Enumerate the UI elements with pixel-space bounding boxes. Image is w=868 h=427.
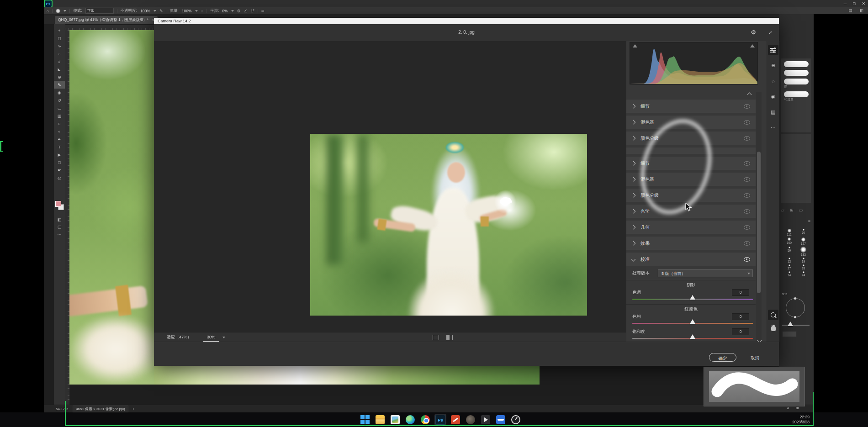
gear-icon[interactable]: ⚙ — [237, 9, 241, 13]
panel-section[interactable]: 混色器 — [626, 116, 756, 129]
media-app[interactable] — [480, 414, 492, 426]
hand-tool-icon[interactable] — [768, 323, 778, 334]
opacity-value[interactable]: 100% — [140, 9, 150, 13]
brush-preset[interactable]: 27 — [782, 264, 796, 270]
document-tab[interactable]: QHQ_0677.jpg @ 41%（综合调整 1，图层蒙版/8）* × — [55, 16, 158, 24]
histogram[interactable] — [630, 42, 758, 84]
zoom-level-tab[interactable]: 30% — [201, 332, 221, 342]
visibility-eye-icon[interactable] — [744, 225, 750, 230]
brush-stroke-item[interactable] — [781, 61, 811, 67]
section-calibration[interactable]: 校准 — [626, 253, 756, 266]
type-tool[interactable]: T — [54, 143, 65, 151]
blur-tool[interactable]: ○ — [54, 120, 65, 127]
panel-section[interactable]: 几何 — [626, 221, 756, 234]
dialog-title-bar[interactable]: Camera Raw 14.2 — [154, 18, 779, 24]
panel-section[interactable]: 细节 — [626, 157, 756, 170]
healing-brush-icon[interactable]: ⊕ — [768, 60, 778, 71]
foreground-color-swatch[interactable] — [55, 201, 61, 207]
brush-slider[interactable] — [782, 325, 810, 326]
before-after-icon[interactable] — [433, 335, 439, 340]
brush-preset[interactable]: 112 — [782, 229, 796, 236]
brush-preset[interactable]: 14 — [782, 271, 796, 277]
brush-preset[interactable]: 13 — [782, 258, 796, 263]
visibility-eye-icon[interactable] — [744, 193, 750, 198]
minimize-button[interactable]: ─ — [844, 0, 847, 7]
brush-value-box[interactable] — [782, 331, 797, 337]
grid-icon[interactable]: ⊞ — [796, 406, 799, 410]
lasso-tool[interactable]: ∿ — [54, 42, 65, 50]
ok-button[interactable]: 确定 — [709, 353, 736, 362]
crop-tool[interactable]: # — [54, 58, 65, 65]
color-swatches[interactable] — [55, 201, 64, 210]
panel-menu-icon[interactable]: ≡ — [781, 219, 810, 223]
status-zoom-value[interactable]: 54.17% — [56, 407, 68, 411]
panel-scrollbar[interactable] — [756, 92, 762, 342]
quick-select-tool[interactable]: ◌ — [54, 50, 65, 58]
visibility-eye-icon[interactable] — [744, 161, 750, 166]
panel-section[interactable]: 效果 — [626, 237, 756, 250]
brush-preset[interactable]: 127 — [796, 237, 810, 245]
close-button[interactable]: ✕ — [862, 0, 865, 7]
hue-value[interactable]: 0 — [732, 313, 749, 320]
brush-preset[interactable]: 35 — [796, 264, 810, 270]
document-canvas-bottom-slice[interactable] — [154, 365, 540, 385]
fit-zoom-label[interactable]: 适应（47%） — [167, 334, 191, 340]
mode-select[interactable]: 正常 — [85, 8, 114, 14]
smoothing-caret-icon[interactable] — [231, 10, 234, 12]
process-version-select[interactable]: 5 版（当前） — [658, 269, 753, 277]
image-preview-area[interactable] — [154, 41, 626, 332]
panel-section[interactable]: 颜色分级 — [626, 189, 756, 202]
zoom-tool[interactable]: ◎ — [54, 174, 65, 182]
eyedropper-tool[interactable]: ◣ — [54, 65, 65, 73]
brush-stroke-item[interactable]: 度 — [781, 79, 811, 89]
angle-value[interactable]: 1° — [251, 9, 254, 13]
brush-preset[interactable]: 183 — [796, 247, 810, 256]
airbrush-icon[interactable]: ◌ — [201, 9, 203, 13]
screen-mode-icon[interactable]: ▢ — [54, 225, 65, 229]
move-tool[interactable]: + — [54, 26, 65, 34]
eraser-tool[interactable]: ▭ — [54, 104, 65, 112]
panel-section[interactable]: 细节 — [626, 100, 756, 113]
scrollbar-thumb[interactable] — [757, 152, 761, 293]
split-view-icon[interactable] — [446, 335, 453, 340]
marquee-tool[interactable]: ◻ — [54, 34, 65, 42]
ring-app[interactable] — [510, 414, 522, 426]
scroll-up-icon[interactable] — [747, 93, 752, 97]
home-icon[interactable]: ⌂ — [47, 9, 49, 13]
flow-value[interactable]: 100% — [182, 9, 192, 13]
more-options-icon[interactable]: ⋯ — [768, 122, 778, 133]
fullscreen-icon[interactable]: ↔ — [766, 28, 774, 36]
slider-thumb-icon[interactable] — [788, 322, 793, 326]
gradient-tool[interactable]: ▥ — [54, 112, 65, 120]
panel-section[interactable]: 混色器 — [626, 173, 756, 186]
smoothing-value[interactable]: 0% — [222, 9, 228, 13]
history-brush-tool[interactable]: ↺ — [54, 96, 65, 104]
slider-thumb-icon[interactable] — [690, 295, 695, 300]
collapse-icon[interactable]: ∧ — [787, 406, 789, 410]
edit-panel-icon[interactable] — [768, 45, 778, 55]
masking-icon[interactable]: ◌ — [768, 76, 778, 86]
saturation-slider[interactable] — [632, 338, 753, 339]
workspace-icon[interactable]: ▤ — [848, 8, 852, 13]
brush-angle-dial[interactable] — [786, 298, 805, 317]
edge[interactable] — [404, 414, 416, 426]
brush-preset-icon[interactable] — [56, 9, 60, 13]
blue-app[interactable] — [495, 414, 507, 426]
zoom-caret-icon[interactable] — [222, 337, 225, 338]
toolbar-more-icon[interactable]: ⋯ — [54, 232, 65, 237]
status-arrow-icon[interactable]: › — [133, 407, 134, 411]
red-eye-icon[interactable]: ◉ — [768, 91, 778, 102]
dark-app[interactable] — [465, 414, 476, 426]
document-canvas-left-slice[interactable] — [69, 30, 154, 385]
folder-icon[interactable]: ▱ — [781, 208, 784, 212]
brush-preset[interactable]: 59 — [782, 247, 796, 256]
brush-stroke-item[interactable] — [781, 70, 811, 76]
tint-value[interactable]: 0 — [732, 289, 749, 296]
visibility-eye-icon[interactable] — [744, 241, 750, 246]
saturation-value[interactable]: 0 — [732, 328, 749, 335]
chrome[interactable] — [419, 414, 431, 426]
tint-slider[interactable] — [632, 299, 753, 300]
delete-icon[interactable]: ▭ — [799, 208, 803, 212]
hand-tool[interactable]: ☛ — [54, 166, 65, 174]
visibility-eye-icon[interactable] — [744, 177, 750, 182]
